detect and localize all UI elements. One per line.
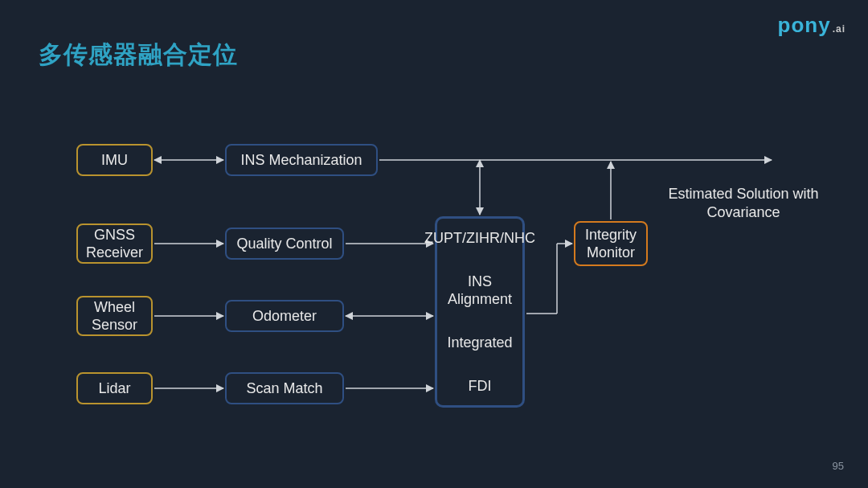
slide-title: 多传感器融合定位 [39,39,238,72]
output-label: Estimated Solution with Covariance [667,185,820,223]
fusion-line-integrated: Integrated [447,334,512,352]
fusion-line-ins-alignment: INS Alignment [435,273,525,309]
node-gnss-receiver: GNSS Receiver [76,223,153,264]
node-fusion-labels: ZUPT/ZIHR/NHC INS Alignment Integrated F… [435,216,525,408]
node-quality-control: Quality Control [225,228,344,260]
logo-brand: pony [778,13,831,37]
node-integrity-monitor: Integrity Monitor [574,221,648,266]
fusion-line-zupt: ZUPT/ZIHR/NHC [424,229,535,248]
logo: pony.ai [778,13,845,38]
page-number: 95 [833,460,844,472]
fusion-line-fdi: FDI [469,377,492,396]
logo-suffix: .ai [833,23,845,35]
node-lidar: Lidar [76,372,153,404]
node-ins-mechanization: INS Mechanization [225,144,378,176]
node-odometer: Odometer [225,300,344,332]
node-imu: IMU [76,144,153,176]
node-scan-match: Scan Match [225,372,344,404]
node-wheel-sensor: Wheel Sensor [76,296,153,336]
